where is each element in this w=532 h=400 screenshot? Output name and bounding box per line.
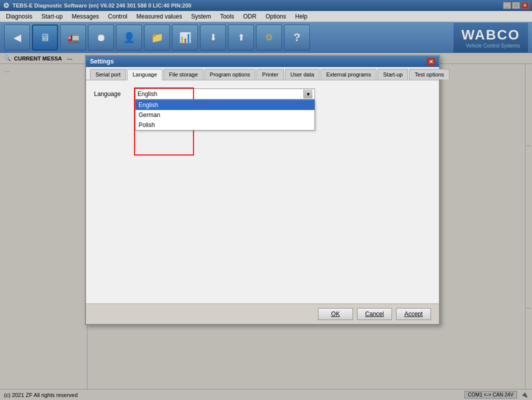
tab-test-options[interactable]: Test options: [409, 69, 450, 80]
language-dropdown[interactable]: English ▼: [135, 88, 315, 100]
dropdown-selected-value: English: [138, 90, 157, 98]
language-control-area: English ▼ English German Polish: [135, 88, 431, 100]
cancel-label: Cancel: [365, 310, 384, 318]
language-label: Language: [94, 88, 129, 98]
dialog-title: Settings: [90, 58, 114, 65]
tab-language[interactable]: Language: [127, 69, 162, 80]
language-dropdown-list: English German Polish: [135, 100, 315, 130]
tab-printer[interactable]: Printer: [256, 69, 284, 80]
dialog-footer: OK Cancel Accept: [86, 304, 439, 324]
accept-button[interactable]: Accept: [396, 308, 431, 320]
dropdown-arrow-icon: ▼: [304, 90, 312, 98]
accept-label: Accept: [404, 310, 423, 318]
dialog-title-bar: Settings ✕: [86, 56, 439, 67]
tabs-bar: Serial port Language File storage Progra…: [86, 67, 439, 80]
language-option-polish[interactable]: Polish: [136, 120, 314, 130]
tab-user-data[interactable]: User data: [285, 69, 320, 80]
language-option-german[interactable]: German: [136, 110, 314, 120]
dialog-content: Language English ▼ English German Polish: [86, 80, 439, 304]
modal-overlay: Settings ✕ Serial port Language File sto…: [0, 0, 532, 400]
language-form-row: Language English ▼ English German Polish: [94, 88, 431, 100]
tab-serial-port[interactable]: Serial port: [90, 69, 126, 80]
tab-external-programs[interactable]: External programs: [320, 69, 376, 80]
tab-file-storage[interactable]: File storage: [164, 69, 203, 80]
cancel-button[interactable]: Cancel: [357, 308, 392, 320]
language-option-english[interactable]: English: [136, 100, 314, 110]
tab-start-up[interactable]: Start-up: [378, 69, 408, 80]
ok-label: OK: [331, 310, 340, 318]
ok-button[interactable]: OK: [318, 308, 353, 320]
tab-program-options[interactable]: Program options: [204, 69, 256, 80]
settings-dialog: Settings ✕ Serial port Language File sto…: [85, 55, 440, 325]
dialog-close-button[interactable]: ✕: [427, 58, 435, 65]
